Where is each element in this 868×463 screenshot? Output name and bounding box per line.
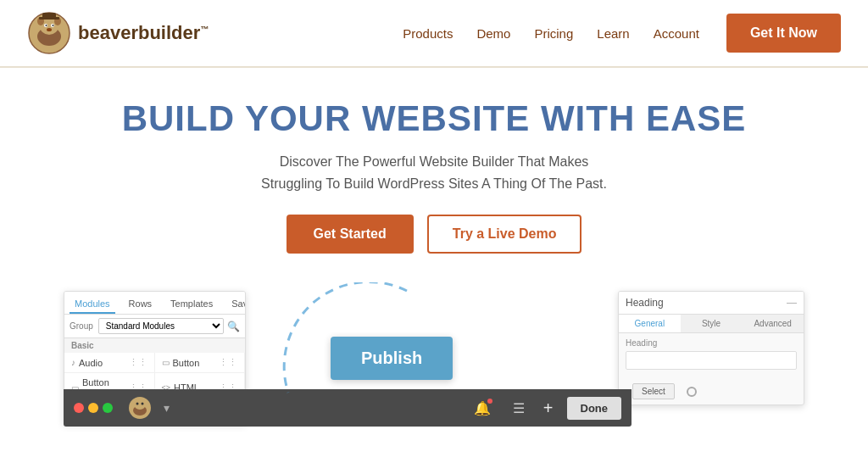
pr-tab-advanced[interactable]: Advanced xyxy=(742,315,804,332)
nav-item-pricing[interactable]: Pricing xyxy=(534,26,573,41)
group-label: Group xyxy=(70,321,93,331)
field-label-heading: Heading xyxy=(619,333,804,349)
heading-panel: Heading — General Style Advanced Heading… xyxy=(618,291,804,405)
close-dot[interactable] xyxy=(74,403,84,413)
modules-row-1: ♪ Audio ⋮⋮ ▭ Button ⋮⋮ xyxy=(64,353,245,373)
tab-templates[interactable]: Templates xyxy=(165,295,218,314)
nav-item-account[interactable]: Account xyxy=(654,26,699,41)
panel-right-header: Heading — xyxy=(619,292,804,315)
header: beaverbuilder™ Products Demo Pricing Lea… xyxy=(0,0,868,68)
hero-title: BUILD YOUR WEBSITE WITH EASE xyxy=(17,98,851,139)
add-icon[interactable]: + xyxy=(543,399,554,418)
menu-lines-icon[interactable]: ☰ xyxy=(513,400,525,416)
get-started-button[interactable]: Get Started xyxy=(287,215,414,254)
bell-icon[interactable]: 🔔 xyxy=(474,400,491,416)
hero-section: BUILD YOUR WEBSITE WITH EASE Discover Th… xyxy=(0,68,868,291)
tab-rows[interactable]: Rows xyxy=(124,295,158,314)
svg-rect-11 xyxy=(42,13,56,20)
notification-dot xyxy=(487,399,492,404)
drag-icon-button: ⋮⋮ xyxy=(219,357,237,368)
tab-saved[interactable]: Saved xyxy=(226,295,246,314)
tab-modules[interactable]: Modules xyxy=(70,295,115,314)
ui-mockup: Modules Rows Templates Saved Group Stand… xyxy=(0,291,868,427)
get-it-now-button[interactable]: Get It Now xyxy=(726,14,841,53)
section-label-basic: Basic xyxy=(64,338,245,353)
beaver-small-icon xyxy=(128,396,152,420)
drag-icon-audio: ⋮⋮ xyxy=(129,357,147,368)
nav-item-demo[interactable]: Demo xyxy=(476,26,510,41)
group-select[interactable]: Standard Modules xyxy=(98,318,224,334)
nav-item-learn[interactable]: Learn xyxy=(597,26,629,41)
traffic-lights xyxy=(74,403,113,413)
main-nav: Products Demo Pricing Learn Account xyxy=(403,26,699,41)
panel-right-tab-bar: General Style Advanced xyxy=(619,315,804,333)
logo[interactable]: beaverbuilder™ xyxy=(27,11,209,55)
radio-icon[interactable] xyxy=(687,387,697,397)
logo-text: beaverbuilder™ xyxy=(78,22,209,44)
svg-point-8 xyxy=(53,25,54,26)
svg-point-14 xyxy=(134,399,146,410)
done-button[interactable]: Done xyxy=(567,397,622,420)
minimize-icon[interactable]: — xyxy=(787,297,797,309)
svg-point-15 xyxy=(136,403,139,405)
maximize-dot[interactable] xyxy=(103,403,113,413)
nav-item-products[interactable]: Products xyxy=(403,26,453,41)
minimize-dot[interactable] xyxy=(88,403,98,413)
hero-subtitle: Discover The Powerful Website Builder Th… xyxy=(17,151,851,194)
beaver-logo-icon xyxy=(27,11,71,55)
live-demo-button[interactable]: Try a Live Demo xyxy=(427,215,582,254)
heading-label: Heading xyxy=(626,297,664,309)
chevron-down-icon[interactable]: ▾ xyxy=(164,401,170,415)
publish-button[interactable]: Publish xyxy=(331,337,453,380)
button-icon: ▭ xyxy=(162,358,170,367)
select-button[interactable]: Select xyxy=(632,383,675,399)
pr-tab-general[interactable]: General xyxy=(619,315,681,332)
hero-buttons: Get Started Try a Live Demo xyxy=(17,215,851,254)
svg-point-7 xyxy=(46,25,47,26)
heading-input[interactable] xyxy=(626,351,797,370)
panel-tab-bar: Modules Rows Templates Saved xyxy=(64,292,245,315)
svg-point-16 xyxy=(142,403,144,405)
svg-point-9 xyxy=(47,28,52,31)
module-audio[interactable]: ♪ Audio ⋮⋮ xyxy=(64,353,155,373)
audio-icon: ♪ xyxy=(71,358,75,367)
module-button[interactable]: ▭ Button ⋮⋮ xyxy=(155,353,246,373)
search-icon[interactable]: 🔍 xyxy=(227,321,240,332)
pr-tab-style[interactable]: Style xyxy=(681,315,743,332)
panel-toolbar: Group Standard Modules 🔍 xyxy=(64,315,245,338)
